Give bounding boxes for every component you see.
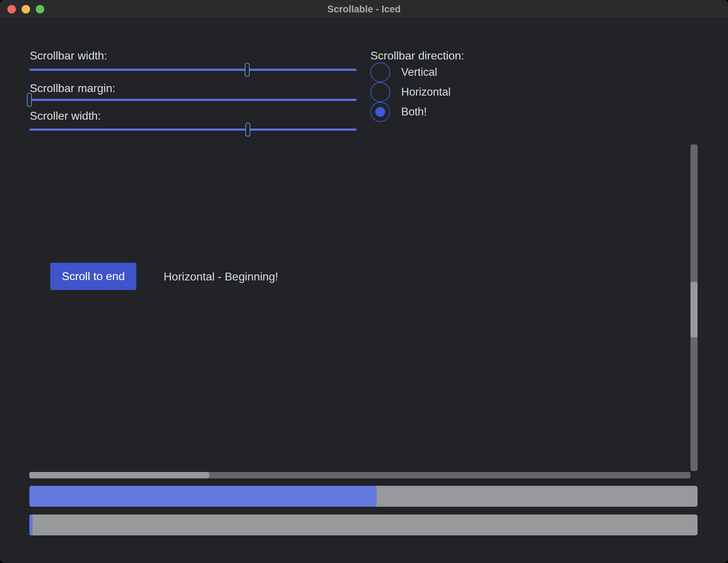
radio-horizontal[interactable] [370, 82, 390, 102]
y-progress-bar [29, 514, 698, 535]
scrollbar-width-slider[interactable] [29, 63, 357, 77]
radio-both[interactable] [370, 102, 390, 122]
radio-vertical-label[interactable]: Vertical [401, 66, 437, 79]
scrollbar-width-label: Scrollbar width: [30, 49, 107, 62]
scroll-status-text: Horizontal - Beginning! [164, 271, 278, 283]
titlebar: Scrollable - Iced [0, 0, 728, 18]
scrollbar-direction-label: Scrollbar direction: [370, 49, 464, 62]
scrollbar-margin-slider[interactable] [29, 93, 357, 107]
horizontal-scrollbar-thumb[interactable] [29, 472, 209, 478]
x-progress-fill [29, 486, 377, 507]
window-title: Scrollable - Iced [0, 0, 728, 18]
slider-handle[interactable] [27, 93, 32, 107]
radio-both-label[interactable]: Both! [401, 106, 427, 118]
radio-selected-dot [375, 107, 385, 117]
horizontal-scrollbar-track[interactable] [29, 472, 690, 478]
vertical-scrollbar-track[interactable] [690, 144, 698, 471]
app-window: Scrollable - Iced Scrollbar width: Scrol… [0, 0, 728, 563]
y-progress-fill [29, 514, 33, 535]
scroll-to-end-button[interactable]: Scroll to end [50, 263, 136, 290]
radio-vertical[interactable] [370, 62, 390, 82]
scroll-to-end-button-label: Scroll to end [62, 270, 125, 283]
minimize-button[interactable] [22, 5, 30, 13]
vertical-scrollbar-thumb[interactable] [690, 282, 698, 337]
close-button[interactable] [7, 5, 16, 13]
slider-handle[interactable] [245, 63, 250, 77]
radio-horizontal-label[interactable]: Horizontal [401, 86, 451, 98]
slider-rail[interactable] [29, 129, 357, 131]
slider-handle[interactable] [245, 123, 250, 137]
slider-rail[interactable] [29, 69, 357, 71]
zoom-button[interactable] [36, 5, 44, 13]
scroller-width-label: Scroller width: [30, 109, 101, 122]
scroller-width-slider[interactable] [29, 123, 357, 137]
slider-rail[interactable] [29, 99, 357, 101]
x-progress-bar [29, 486, 698, 507]
